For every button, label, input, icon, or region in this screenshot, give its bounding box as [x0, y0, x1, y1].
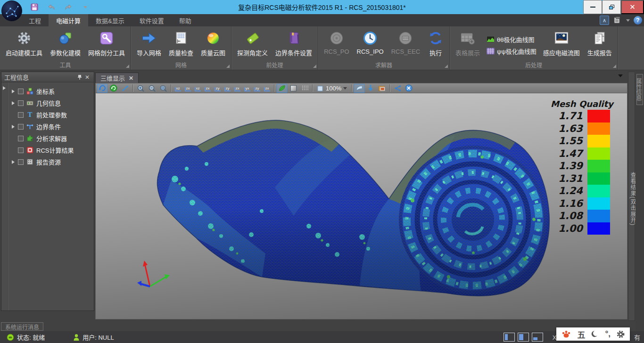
- expander-icon[interactable]: [11, 101, 16, 105]
- import-mesh-button[interactable]: 导入网格: [133, 28, 165, 62]
- chevron-down-icon[interactable]: [626, 19, 630, 22]
- view-preset-button[interactable]: xz: [193, 84, 202, 93]
- expander-icon[interactable]: [11, 160, 16, 164]
- legend-swatch: [587, 135, 610, 147]
- boundary-condition-settings-button[interactable]: 边界条件设置: [272, 28, 316, 62]
- view-preset-button[interactable]: yx: [243, 84, 252, 93]
- snapshot-button[interactable]: [377, 84, 387, 93]
- system-messages-tab[interactable]: 系统运行消息: [1, 322, 43, 331]
- wireframe-view-button[interactable]: [288, 84, 298, 93]
- drop-down-view-button[interactable]: [365, 84, 376, 93]
- legend-swatch: [587, 122, 610, 135]
- checkbox[interactable]: [18, 159, 24, 165]
- execute-button[interactable]: 执行: [424, 28, 447, 62]
- geometry-info-icon: [26, 99, 34, 107]
- rcs-po-button: RCS_PO: [320, 28, 353, 62]
- view-preset-button[interactable]: zy: [213, 84, 222, 93]
- induction-current-map-button[interactable]: 感应电磁流图: [539, 28, 584, 62]
- restore-button[interactable]: [602, 0, 621, 14]
- layout-bottom-panel-button[interactable]: [532, 333, 543, 342]
- theta-polarization-curve-button[interactable]: θθ极化曲线图: [487, 35, 537, 44]
- checkbox[interactable]: [18, 100, 24, 106]
- zoom-level-control[interactable]: 100%: [315, 85, 349, 92]
- dialog-launcher-icon[interactable]: [445, 65, 448, 68]
- menu-tab-help[interactable]: 帮助: [172, 14, 199, 26]
- moon-icon[interactable]: [591, 330, 599, 338]
- checkbox[interactable]: [18, 112, 24, 118]
- ime-wubi-mode[interactable]: 五: [577, 328, 585, 340]
- share-flow-button[interactable]: [392, 84, 403, 93]
- quality-cloud-button[interactable]: 质量云图: [197, 28, 229, 62]
- view-preset-button[interactable]: xz: [173, 84, 182, 93]
- sync-view-button[interactable]: [108, 84, 119, 93]
- tag-icon: [245, 30, 261, 46]
- rotate-view-button[interactable]: [97, 84, 107, 93]
- parametric-modeling-button[interactable]: 参数化建模: [46, 28, 84, 62]
- dialog-launcher-icon[interactable]: [313, 65, 316, 68]
- view-preset-button[interactable]: zx: [233, 84, 242, 93]
- minimize-button[interactable]: [583, 0, 602, 14]
- psi-polarization-curve-button[interactable]: ψψ极化曲线图: [487, 47, 537, 56]
- close-button[interactable]: ✕: [621, 0, 644, 14]
- ime-paw-icon[interactable]: [561, 329, 571, 339]
- checkbox[interactable]: [18, 89, 24, 94]
- tree-item-analysis-solver[interactable]: 分析求解器: [1, 132, 94, 144]
- selection-mode-button[interactable]: [354, 84, 364, 93]
- rcs-ipo-button[interactable]: RCS_IPO: [353, 28, 388, 62]
- tree-item-preprocess-params[interactable]: T 前处理参数: [1, 109, 94, 121]
- pin-icon[interactable]: [76, 74, 83, 81]
- dialog-launcher-icon[interactable]: [226, 65, 230, 68]
- view-preset-button[interactable]: zy: [223, 84, 232, 93]
- view-preset-button[interactable]: zx: [203, 84, 212, 93]
- expander-icon[interactable]: [11, 90, 16, 93]
- checkbox[interactable]: [18, 136, 24, 141]
- zoom-fit-button[interactable]: [158, 84, 168, 93]
- menu-tab-software-settings[interactable]: 软件设置: [132, 14, 172, 26]
- generate-report-button[interactable]: 生成报告: [584, 28, 616, 62]
- viewport-menu-caret[interactable]: [618, 74, 623, 77]
- tree-item-rcs-results[interactable]: RCS计算结果: [1, 144, 94, 156]
- pan-view-button[interactable]: [120, 84, 130, 93]
- green-chart-icon: [487, 36, 495, 43]
- probe-angle-define-button[interactable]: 探测角定义: [233, 28, 272, 62]
- zoom-in-button[interactable]: [135, 84, 146, 93]
- mesh-partition-tool-button[interactable]: 网格剖分工具: [84, 28, 129, 62]
- view-preset-button[interactable]: zy: [253, 84, 262, 93]
- expander-icon[interactable]: [11, 125, 16, 129]
- menu-tab-em-computation[interactable]: 电磁计算: [49, 14, 88, 26]
- ime-punctuation-mode[interactable]: °,: [605, 329, 611, 339]
- quality-check-button[interactable]: 质量检查: [165, 28, 197, 62]
- tree-item-boundary-conditions[interactable]: 边界条件: [1, 121, 94, 132]
- tree-item-geometry-info[interactable]: 几何信息: [1, 97, 94, 109]
- style-switcher-button[interactable]: [613, 16, 622, 25]
- help-button[interactable]: ?: [634, 16, 642, 24]
- tree-item-report-resources[interactable]: 报告资源: [1, 156, 94, 168]
- layout-split-button[interactable]: [518, 333, 529, 342]
- menu-tab-project[interactable]: 工程: [21, 14, 49, 26]
- folder-image-icon: [378, 85, 386, 92]
- property-info-tab[interactable]: 属性信息: [636, 74, 643, 105]
- menu-tab-data-display[interactable]: 数据&显示: [88, 14, 132, 26]
- close-panel-icon[interactable]: ✕: [83, 74, 91, 81]
- dialog-launcher-icon[interactable]: [126, 65, 129, 68]
- close-tab-icon[interactable]: ✕: [129, 75, 133, 82]
- cancel-button[interactable]: [404, 84, 414, 93]
- tab-3d-display[interactable]: 三维显示 ✕: [95, 73, 139, 83]
- tree-item-coordinate-system[interactable]: 坐标系: [1, 85, 94, 97]
- view-preset-button[interactable]: zx: [263, 84, 272, 93]
- viewport-canvas-3d[interactable]: Mesh Quality 1.71 1.63 1.55 1.47 1.39 1.…: [95, 93, 627, 319]
- layout-left-panel-button[interactable]: [504, 333, 515, 342]
- shaded-view-button[interactable]: [277, 84, 287, 93]
- zoom-out-icon: [148, 84, 156, 92]
- checkbox[interactable]: [18, 147, 24, 153]
- view-preset-button[interactable]: zx: [183, 84, 192, 93]
- start-modeling-tool-button[interactable]: 启动建模工具: [2, 28, 46, 62]
- results-expand-bar[interactable]: 查看结果(双击展开): [628, 72, 635, 321]
- coordinate-system-icon: [26, 87, 34, 95]
- collapse-ribbon-button[interactable]: ∧: [600, 16, 609, 25]
- dialog-launcher-icon[interactable]: [613, 65, 616, 68]
- gear-icon[interactable]: [616, 330, 625, 339]
- points-view-button[interactable]: [299, 84, 310, 93]
- checkbox[interactable]: [18, 124, 24, 130]
- zoom-out-button[interactable]: [147, 84, 157, 93]
